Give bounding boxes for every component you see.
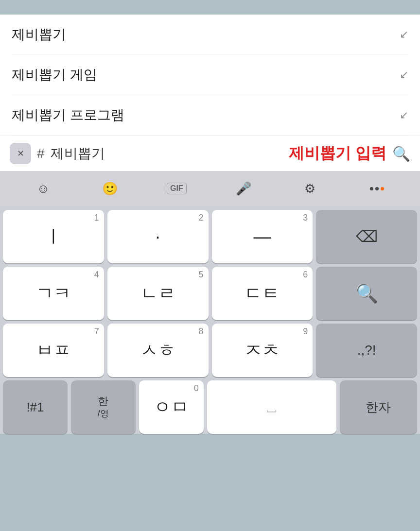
- key-label-1: ㅣ: [45, 228, 62, 245]
- lang-label: 한/영: [98, 395, 109, 419]
- backspace-icon: ⌫: [356, 227, 378, 246]
- key-8[interactable]: 8 ㅅㅎ: [107, 324, 209, 377]
- suggestion-arrow-2: ↙: [400, 69, 408, 81]
- keyboard: 1 ㅣ 2 · 3 — ⌫ 4 ㄱㅋ 5 ㄴㄹ 6 ㄷㅌ 🔍: [0, 206, 420, 434]
- key-label-4: ㄱㅋ: [36, 285, 71, 302]
- clear-icon: ✕: [17, 148, 24, 159]
- search-bar: ✕ # 제비뽑기 제비뽑기 입력 🔍: [0, 136, 420, 171]
- punct-label: .,?!: [357, 343, 376, 357]
- more-dots-icon: [370, 187, 384, 190]
- suggestion-item-3[interactable]: 제비뽑기 프로그램 ↙: [12, 95, 408, 136]
- key-5[interactable]: 5 ㄴㄹ: [107, 267, 209, 320]
- suggestion-text-3: 제비뽑기 프로그램: [12, 106, 124, 124]
- key-0[interactable]: 0 ㅇㅁ: [139, 380, 204, 434]
- sticker-icon: 🙂: [102, 181, 118, 196]
- key-label-0: ㅇㅁ: [154, 398, 189, 416]
- emoji-icon: ☺: [36, 181, 50, 196]
- key-label-8: ㅅㅎ: [140, 342, 175, 359]
- search-clear-button[interactable]: ✕: [10, 143, 31, 164]
- key-row-2: 4 ㄱㅋ 5 ㄴㄹ 6 ㄷㅌ 🔍: [3, 267, 417, 320]
- suggestion-arrow-1: ↙: [400, 28, 408, 41]
- key-row-bottom: !#1 한/영 0 ㅇㅁ ⎵ 한자: [3, 380, 417, 434]
- top-bar: [0, 0, 420, 15]
- settings-button[interactable]: ⚙: [296, 177, 325, 200]
- key-number-9: 9: [303, 326, 308, 337]
- special-key-hash[interactable]: !#1: [3, 380, 68, 434]
- key-2[interactable]: 2 ·: [107, 210, 209, 263]
- key-number-7: 7: [94, 326, 99, 337]
- key-row-3: 7 ㅂㅍ 8 ㅅㅎ 9 ㅈㅊ .,?!: [3, 324, 417, 377]
- key-label-7: ㅂㅍ: [36, 342, 71, 359]
- settings-icon: ⚙: [304, 181, 315, 196]
- key-number-0: 0: [194, 383, 199, 394]
- search-label: 제비뽑기 입력: [289, 143, 386, 164]
- suggestion-item-2[interactable]: 제비뽑기 게임 ↙: [12, 55, 408, 95]
- key-number-3: 3: [303, 213, 308, 223]
- suggestion-arrow-3: ↙: [400, 109, 408, 121]
- key-1[interactable]: 1 ㅣ: [3, 210, 104, 263]
- punct-key[interactable]: .,?!: [316, 324, 417, 377]
- space-label: ⎵: [267, 398, 276, 416]
- key-number-6: 6: [303, 270, 308, 280]
- key-number-4: 4: [94, 270, 99, 280]
- key-number-2: 2: [198, 213, 203, 223]
- backspace-button[interactable]: ⌫: [316, 210, 417, 263]
- key-7[interactable]: 7 ㅂㅍ: [3, 324, 104, 377]
- search-submit-icon[interactable]: 🔍: [392, 145, 410, 162]
- search-input[interactable]: 제비뽑기: [51, 144, 283, 163]
- gif-button[interactable]: GIF: [162, 177, 191, 200]
- hanja-label: 한자: [366, 401, 391, 413]
- search-key[interactable]: 🔍: [316, 267, 417, 320]
- key-number-8: 8: [198, 326, 203, 337]
- lang-switch-key[interactable]: 한/영: [71, 380, 136, 434]
- key-label-6: ㄷㅌ: [245, 285, 280, 302]
- search-suggestions: 제비뽑기 ↙ 제비뽑기 게임 ↙ 제비뽑기 프로그램 ↙: [0, 15, 420, 136]
- mic-button[interactable]: 🎤: [229, 177, 258, 200]
- key-label-2: ·: [156, 228, 160, 245]
- sticker-button[interactable]: 🙂: [95, 177, 124, 200]
- key-4[interactable]: 4 ㄱㅋ: [3, 267, 104, 320]
- key-9[interactable]: 9 ㅈㅊ: [212, 324, 313, 377]
- key-number-1: 1: [94, 213, 99, 223]
- key-6[interactable]: 6 ㄷㅌ: [212, 267, 313, 320]
- search-hash: #: [37, 146, 45, 161]
- emoji-button[interactable]: ☺: [29, 177, 58, 200]
- hanja-key[interactable]: 한자: [340, 380, 417, 434]
- more-button[interactable]: [362, 177, 391, 200]
- key-label-5: ㄴㄹ: [140, 285, 175, 302]
- hash-label: !#1: [26, 401, 44, 413]
- key-label-9: ㅈㅊ: [245, 342, 280, 359]
- key-3[interactable]: 3 —: [212, 210, 313, 263]
- key-label-3: —: [253, 228, 271, 245]
- key-row-1: 1 ㅣ 2 · 3 — ⌫: [3, 210, 417, 263]
- suggestion-text-2: 제비뽑기 게임: [12, 66, 97, 84]
- suggestion-text-1: 제비뽑기: [12, 25, 66, 44]
- search-key-icon: 🔍: [355, 283, 378, 304]
- mic-icon: 🎤: [236, 181, 251, 196]
- space-key[interactable]: ⎵: [207, 380, 336, 434]
- keyboard-toolbar: ☺ 🙂 GIF 🎤 ⚙: [0, 171, 420, 206]
- key-number-5: 5: [198, 270, 203, 280]
- gif-icon: GIF: [167, 183, 187, 194]
- suggestion-item-1[interactable]: 제비뽑기 ↙: [12, 15, 408, 55]
